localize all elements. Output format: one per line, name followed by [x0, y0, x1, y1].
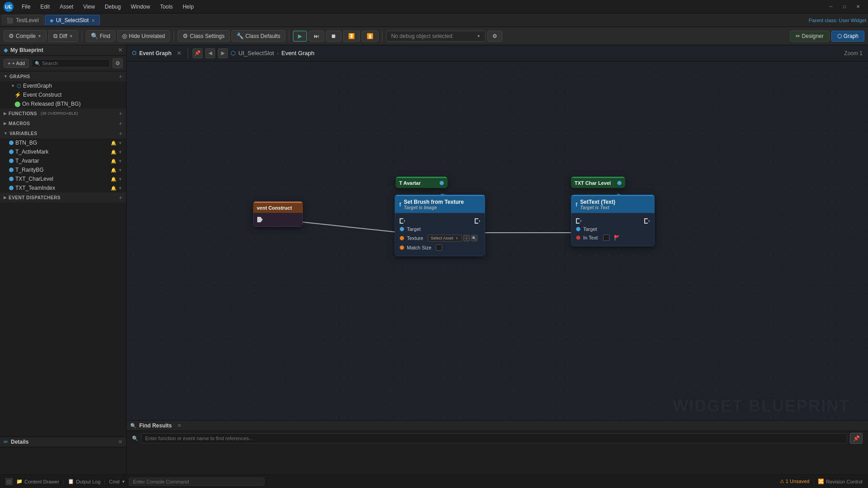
output-log-button[interactable]: 📋 Output Log: [68, 479, 100, 484]
details-close[interactable]: ✕: [118, 439, 123, 445]
blueprint-search-box[interactable]: 🔍: [32, 59, 110, 67]
stop-button[interactable]: ⏹: [326, 31, 341, 42]
revision-control-button[interactable]: 🔀 Revision Control: [818, 479, 863, 484]
menu-file[interactable]: File: [17, 3, 35, 11]
my-blueprint-close[interactable]: ✕: [118, 47, 123, 53]
find-button[interactable]: 🔍 Find: [86, 30, 115, 42]
t-avartar-node[interactable]: T Avartar: [396, 177, 448, 188]
var-t-activemark-bell: 🔔: [111, 150, 116, 155]
diff-button[interactable]: ⧉ Diff ▼: [48, 30, 78, 42]
in-text-flag: 🚩: [614, 235, 620, 241]
find-search-input[interactable]: [141, 433, 847, 443]
add-button[interactable]: + + Add: [4, 59, 29, 68]
graph-eventgraph[interactable]: ▼ ⬡ EventGraph: [0, 81, 126, 90]
graph-forward-button[interactable]: ▶: [218, 48, 228, 58]
tab-testlevel[interactable]: ⬛ TestLevel: [2, 15, 44, 25]
tab-uiselectslot[interactable]: ◈ UI_SelectSlot ✕: [45, 15, 100, 25]
event-dispatchers-section-header[interactable]: ▶ EVENT DISPATCHERS +: [0, 192, 126, 202]
var-btn-bg[interactable]: BTN_BG 🔔 ▼: [0, 138, 126, 147]
graph-button[interactable]: ⬡ Graph: [831, 31, 864, 42]
set-brush-node[interactable]: f Set Brush from Texture Target is Image: [395, 195, 485, 256]
functions-count: (38 OVERRIDABLE): [41, 111, 78, 116]
var-t-activemark-arrow: ▼: [118, 150, 123, 155]
unsaved-label: 1 Unsaved: [786, 479, 810, 484]
menu-tools[interactable]: Tools: [156, 3, 177, 11]
find-results-close[interactable]: ✕: [177, 422, 182, 429]
hide-icon: ◎: [122, 33, 127, 39]
minimize-button[interactable]: ─: [825, 2, 837, 11]
unsaved-indicator: ⚠ 1 Unsaved: [780, 479, 810, 484]
next-button[interactable]: ⏭: [309, 31, 324, 42]
var-txt-teamindex[interactable]: TXT_TeamIndex 🔔 ▼: [0, 183, 126, 192]
graphs-add-button[interactable]: +: [119, 73, 123, 80]
skip2-button[interactable]: ⏫: [362, 31, 378, 42]
event-construct-label: Event Construct: [23, 92, 61, 98]
var-t-avartar-dot: [9, 159, 14, 163]
var-t-activemark[interactable]: T_ActiveMark 🔔 ▼: [0, 147, 126, 156]
find-label: Find: [100, 33, 110, 39]
graph-back-button[interactable]: ◀: [205, 48, 215, 58]
set-text-node[interactable]: f SetText (Text) Target is Text: [571, 195, 655, 246]
find-lock-button[interactable]: 📌: [850, 433, 863, 444]
revision-control-label: Revision Control: [826, 479, 863, 484]
compile-button[interactable]: ⚙ Compile ▼: [4, 30, 47, 42]
menu-view[interactable]: View: [79, 3, 99, 11]
var-txt-charlevel[interactable]: TXT_CharLevel 🔔 ▼: [0, 174, 126, 183]
graph-area[interactable]: ⬡ Event Graph ✕ 📌 ◀ ▶ ⬡ UI_SelectSlot › …: [127, 45, 868, 474]
revision-control-icon: 🔀: [818, 479, 824, 484]
tab-uiselectslot-close[interactable]: ✕: [91, 18, 95, 23]
designer-button[interactable]: ✏ Designer: [790, 31, 830, 42]
debug-extra-button[interactable]: ⚙: [487, 31, 502, 42]
console-command-input[interactable]: [129, 478, 264, 486]
breadcrumb-root[interactable]: UI_SelectSlot: [238, 50, 274, 56]
var-t-avartar[interactable]: T_Avartar 🔔 ▼: [0, 156, 126, 165]
select-asset-dropdown[interactable]: Select Asset ▼: [428, 235, 462, 242]
var-txt-charlevel-arrow: ▼: [118, 177, 123, 182]
graph-event-construct[interactable]: ⚡ Event Construct: [0, 90, 126, 99]
play-button[interactable]: ▶: [293, 31, 307, 42]
ue-logo: UE: [4, 2, 14, 12]
maximize-button[interactable]: □: [838, 2, 851, 11]
debug-object-select[interactable]: No debug object selected ▼: [386, 31, 486, 42]
close-button[interactable]: ✕: [852, 2, 864, 11]
event-graph-close[interactable]: ✕: [177, 50, 181, 56]
set-brush-target-pin: [400, 227, 404, 231]
asset-search-icon-btn[interactable]: +: [463, 235, 470, 241]
variables-add-button[interactable]: +: [119, 130, 123, 136]
event-construct-node[interactable]: vent Construct: [253, 202, 303, 227]
variables-section-header[interactable]: ▼ VARIABLES +: [0, 128, 126, 138]
menu-window[interactable]: Window: [126, 3, 155, 11]
event-dispatchers-add-button[interactable]: +: [119, 194, 123, 201]
class-settings-button[interactable]: ⚙ Class Settings: [178, 30, 230, 42]
cmd-label: Cmd: [109, 479, 119, 484]
menu-edit[interactable]: Edit: [36, 3, 54, 11]
graph-pin-button[interactable]: 📌: [193, 48, 203, 58]
graphs-section-header[interactable]: ▼ GRAPHS +: [0, 71, 126, 81]
content-drawer-button[interactable]: 📁 Content Drawer: [16, 479, 59, 484]
macros-chevron: ▶: [4, 121, 7, 126]
macros-section-header[interactable]: ▶ MACROS +: [0, 118, 126, 128]
menu-asset[interactable]: Asset: [55, 3, 78, 11]
in-text-checkbox[interactable]: [603, 235, 609, 241]
functions-add-button[interactable]: +: [119, 110, 123, 117]
functions-section-header[interactable]: ▶ FUNCTIONS (38 OVERRIDABLE) +: [0, 108, 126, 118]
macros-add-button[interactable]: +: [119, 120, 123, 127]
class-defaults-button[interactable]: 🔧 Class Defaults: [231, 30, 285, 42]
var-t-activemark-dot: [9, 150, 14, 154]
menu-help[interactable]: Help: [178, 3, 198, 11]
blueprint-settings-button[interactable]: ⚙: [113, 58, 123, 68]
match-size-checkbox[interactable]: [436, 244, 442, 251]
asset-browse-icon-btn[interactable]: 🔍: [471, 235, 477, 241]
hide-unrelated-button[interactable]: ◎ Hide Unrelated: [117, 30, 170, 42]
set-brush-title: Set Brush from Texture: [404, 199, 463, 205]
select-asset-arrow: ▼: [455, 236, 459, 240]
find-results-title: Find Results: [139, 422, 172, 429]
graph-on-released[interactable]: ⬤ On Released (BTN_BG): [0, 99, 126, 108]
set-brush-texture-row: Texture Select Asset ▼ + 🔍: [400, 233, 480, 243]
cmd-label-button[interactable]: Cmd ▼: [109, 479, 125, 484]
txt-char-level-node[interactable]: TXT Char Level: [571, 177, 625, 188]
blueprint-search-input[interactable]: [42, 61, 107, 66]
var-t-raritybg[interactable]: T_RarityBG 🔔 ▼: [0, 165, 126, 174]
menu-debug[interactable]: Debug: [100, 3, 125, 11]
skip-button[interactable]: ⏬: [343, 31, 360, 42]
